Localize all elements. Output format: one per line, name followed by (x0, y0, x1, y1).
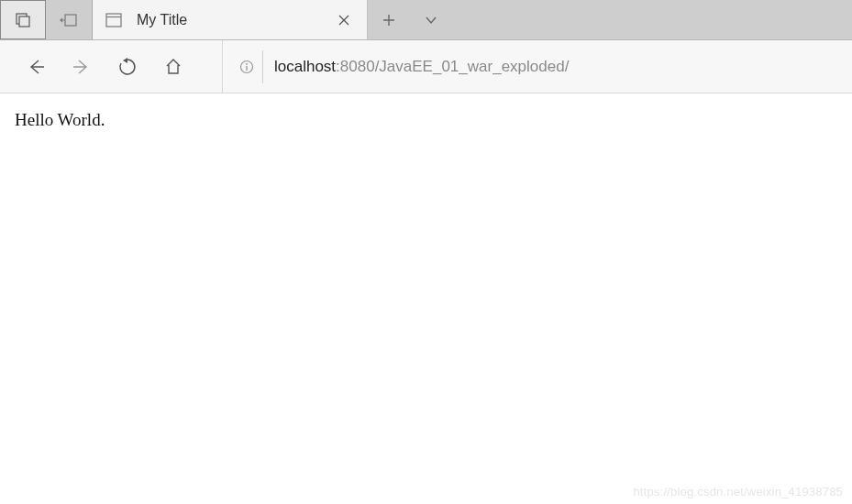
forward-button[interactable] (61, 46, 103, 88)
url-host: localhost (274, 58, 336, 75)
tab-title: My Title (133, 12, 323, 28)
watermark: https://blog.csdn.net/weixin_41938785 (633, 485, 843, 499)
site-info-button[interactable] (230, 50, 263, 83)
tabs-aside-button[interactable] (0, 0, 46, 39)
window-controls (0, 0, 93, 39)
close-tab-button[interactable] (334, 15, 354, 26)
page-body-text: Hello World. (15, 110, 837, 130)
address-region: localhost:8080/JavaEE_01_war_exploded/ (222, 40, 837, 93)
page-icon (105, 13, 122, 27)
address-bar[interactable]: localhost:8080/JavaEE_01_war_exploded/ (274, 52, 837, 82)
svg-rect-3 (106, 14, 121, 27)
home-button[interactable] (152, 46, 194, 88)
tab-overflow-button[interactable] (410, 0, 452, 39)
svg-rect-2 (65, 15, 76, 26)
svg-rect-7 (246, 66, 247, 71)
svg-rect-1 (19, 16, 29, 27)
navigation-toolbar: localhost:8080/JavaEE_01_war_exploded/ (0, 40, 852, 93)
tab-actions (368, 0, 452, 39)
set-aside-tabs-button[interactable] (46, 0, 92, 39)
url-rest: :8080/JavaEE_01_war_exploded/ (336, 58, 569, 75)
refresh-button[interactable] (106, 46, 149, 88)
svg-point-6 (246, 63, 248, 65)
page-viewport: Hello World. (0, 93, 852, 147)
tab-strip: My Title (0, 0, 852, 40)
back-button[interactable] (15, 46, 57, 88)
browser-tab[interactable]: My Title (93, 0, 368, 39)
new-tab-button[interactable] (368, 0, 410, 39)
